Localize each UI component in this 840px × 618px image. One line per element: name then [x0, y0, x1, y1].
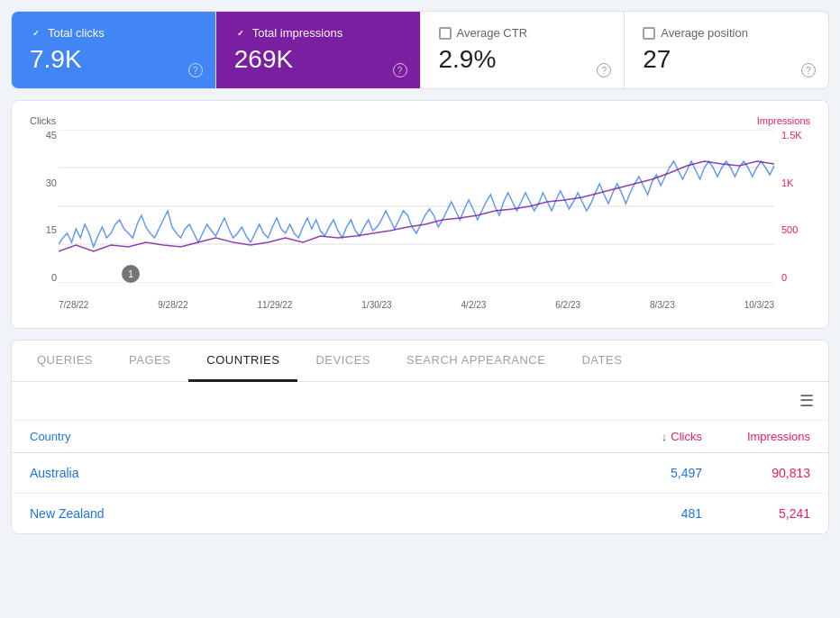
table-row: New Zealand 481 5,241	[12, 494, 828, 533]
metric-card-label-ctr: Average CTR	[439, 26, 607, 40]
tab-dates[interactable]: DATES	[563, 341, 640, 382]
tab-countries[interactable]: COUNTRIES	[188, 341, 297, 382]
chart-label-impressions: Impressions	[757, 115, 810, 126]
table-header: Country ↓ Clicks Impressions	[12, 421, 828, 453]
row-impressions-australia: 90,813	[702, 466, 810, 480]
help-icon-clicks[interactable]: ?	[188, 63, 203, 77]
metric-cards: Total clicks 7.9K ? Total impressions 26…	[11, 11, 829, 89]
checkbox-ctr[interactable]	[439, 27, 452, 40]
col-header-impressions: Impressions	[702, 430, 810, 443]
filter-icon[interactable]: ☰	[799, 391, 814, 411]
tabs: QUERIES PAGES COUNTRIES DEVICES SEARCH A…	[12, 341, 828, 382]
metric-card-label-position: Average position	[643, 26, 810, 40]
sort-arrow-icon: ↓	[662, 430, 668, 443]
metric-card-average-ctr[interactable]: Average CTR 2.9% ?	[421, 12, 625, 88]
chart-axis-labels: Clicks Impressions	[30, 115, 810, 126]
filter-bar: ☰	[12, 382, 828, 421]
y-axis-left: 45 30 15 0	[30, 130, 57, 283]
chart-label-clicks: Clicks	[30, 115, 56, 126]
chart-container: Clicks Impressions 45 30 15 0 1.5K 1K 50…	[11, 100, 829, 329]
help-icon-ctr[interactable]: ?	[597, 63, 611, 77]
checkbox-position[interactable]	[643, 27, 655, 40]
tab-queries[interactable]: QUERIES	[19, 341, 111, 382]
checkbox-impressions[interactable]	[234, 27, 247, 40]
metric-value-position: 27	[643, 45, 810, 74]
metric-card-label-clicks: Total clicks	[30, 26, 197, 40]
table-row: Australia 5,497 90,813	[12, 453, 828, 494]
metric-card-label-impressions: Total impressions	[234, 26, 402, 40]
checkbox-clicks[interactable]	[30, 27, 42, 40]
row-clicks-australia: 5,497	[594, 466, 702, 480]
help-icon-impressions[interactable]: ?	[393, 63, 407, 77]
metric-value-clicks: 7.9K	[30, 45, 197, 74]
col-header-country: Country	[30, 430, 594, 443]
row-country-australia[interactable]: Australia	[30, 466, 594, 480]
tab-pages[interactable]: PAGES	[111, 341, 188, 382]
metric-card-average-position[interactable]: Average position 27 ?	[625, 12, 828, 88]
metric-value-ctr: 2.9%	[439, 45, 607, 74]
metric-card-total-impressions[interactable]: Total impressions 269K ?	[216, 12, 421, 88]
x-axis: 7/28/22 9/28/22 11/29/22 1/30/23 4/2/23 …	[59, 300, 774, 310]
chart-svg	[59, 130, 774, 283]
chart-area: 45 30 15 0 1.5K 1K 500 0	[30, 130, 810, 310]
tab-search-appearance[interactable]: SEARCH APPEARANCE	[388, 341, 563, 382]
tab-devices[interactable]: DEVICES	[297, 341, 388, 382]
annotation-marker[interactable]: 1	[122, 265, 140, 283]
col-header-clicks: ↓ Clicks	[594, 430, 702, 443]
metric-value-impressions: 269K	[234, 45, 402, 74]
help-icon-position[interactable]: ?	[801, 63, 816, 77]
row-country-new-zealand[interactable]: New Zealand	[30, 506, 594, 521]
row-clicks-new-zealand: 481	[594, 506, 702, 521]
table-section: QUERIES PAGES COUNTRIES DEVICES SEARCH A…	[11, 340, 829, 534]
y-axis-right: 1.5K 1K 500 0	[778, 130, 810, 283]
metric-card-total-clicks[interactable]: Total clicks 7.9K ?	[12, 12, 216, 88]
row-impressions-new-zealand: 5,241	[702, 506, 810, 521]
